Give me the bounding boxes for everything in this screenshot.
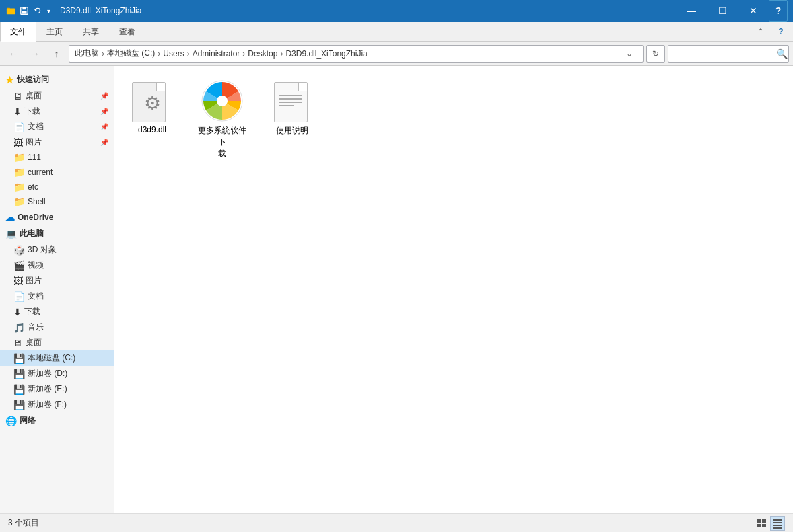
- cloud-icon: ☁: [5, 212, 15, 223]
- txt-file-icon: [271, 79, 314, 122]
- svg-rect-14: [773, 525, 782, 526]
- pics-icon-2: 🖼: [13, 276, 23, 287]
- file-item-txt[interactable]: 使用说明: [265, 77, 319, 139]
- main-area: ★ 快速访问 🖥 桌面 📌 ⬇ 下载 📌 📄 文档 📌 🖼 图片 📌 📁 111: [0, 66, 793, 513]
- onedrive-label: OneDrive: [18, 213, 53, 222]
- path-users[interactable]: Users: [163, 49, 184, 59]
- folder-yellow-icon: 📁: [13, 152, 25, 163]
- address-bar[interactable]: 此电脑 › 本地磁盘 (C:) › Users › Administrator …: [69, 45, 644, 63]
- sidebar-item-downloads-quick[interactable]: ⬇ 下载 📌: [0, 104, 114, 119]
- docs-icon: 📄: [13, 122, 25, 132]
- network-header[interactable]: 🌐 网络: [0, 412, 114, 429]
- sidebar-item-f-drive[interactable]: 💾 新加卷 (F:): [0, 397, 114, 412]
- sidebar-item-pics-quick[interactable]: 🖼 图片 📌: [0, 135, 114, 150]
- path-desktop[interactable]: Desktop: [248, 49, 277, 59]
- quick-access-label: 快速访问: [17, 74, 49, 85]
- file-item-colorful[interactable]: 更多系统软件下载: [195, 77, 249, 162]
- sidebar-item-desktop-quick[interactable]: 🖥 桌面 📌: [0, 88, 114, 104]
- network-label: 网络: [20, 415, 36, 426]
- svg-rect-11: [762, 524, 766, 527]
- music-icon: 🎵: [13, 322, 25, 333]
- sidebar-item-pics[interactable]: 🖼 图片: [0, 273, 114, 289]
- path-pc[interactable]: 此电脑: [75, 48, 99, 59]
- svg-point-7: [217, 96, 228, 106]
- svg-rect-15: [773, 527, 782, 529]
- folder-yellow-icon-2: 📁: [13, 167, 25, 178]
- close-button[interactable]: ✕: [738, 0, 769, 22]
- ribbon-collapse-button[interactable]: ⌃: [751, 22, 770, 41]
- up-button[interactable]: ↑: [47, 44, 66, 63]
- folder-yellow-icon-3: 📁: [13, 182, 25, 192]
- minimize-button[interactable]: —: [676, 0, 707, 22]
- back-button[interactable]: ←: [4, 44, 23, 63]
- status-bar: 3 个项目: [0, 513, 793, 532]
- list-view-button[interactable]: [754, 516, 769, 531]
- svg-rect-0: [7, 9, 15, 15]
- window-controls: — ☐ ✕ ?: [676, 0, 788, 22]
- pin-icon-3: 📌: [100, 123, 108, 130]
- sidebar-item-3d[interactable]: 🎲 3D 对象: [0, 242, 114, 258]
- search-box[interactable]: 🔍: [668, 45, 789, 63]
- dll-file-icon: ⚙: [131, 79, 174, 122]
- tab-share[interactable]: 共享: [73, 22, 109, 42]
- title-bar: ▾ D3D9.dll_XiTongZhiJia — ☐ ✕ ?: [0, 0, 793, 22]
- drive-f-icon: 💾: [13, 400, 25, 410]
- drive-e-icon: 💾: [13, 384, 25, 395]
- onedrive-header[interactable]: ☁ OneDrive: [0, 209, 114, 225]
- forward-button[interactable]: →: [26, 44, 44, 63]
- view-buttons: [754, 516, 785, 531]
- undo-icon[interactable]: [32, 5, 43, 16]
- sidebar-item-111[interactable]: 📁 111: [0, 150, 114, 165]
- path-folder[interactable]: D3D9.dll_XiTongZhiJia: [285, 49, 367, 59]
- download-icon: ⬇: [13, 106, 22, 117]
- drive-d-icon: 💾: [13, 369, 25, 379]
- item-count-label: 3 个项目: [8, 517, 39, 529]
- toolbar: ← → ↑ 此电脑 › 本地磁盘 (C:) › Users › Administ…: [0, 42, 793, 66]
- sidebar: ★ 快速访问 🖥 桌面 📌 ⬇ 下载 📌 📄 文档 📌 🖼 图片 📌 📁 111: [0, 66, 114, 513]
- window-title: D3D9.dll_XiTongZhiJia: [60, 6, 672, 15]
- svg-rect-4: [22, 11, 27, 13]
- ribbon-help-button[interactable]: ?: [771, 22, 790, 41]
- sidebar-item-shell[interactable]: 📁 Shell: [0, 194, 114, 209]
- sidebar-item-current[interactable]: 📁 current: [0, 165, 114, 180]
- detail-view-button[interactable]: [770, 516, 785, 531]
- path-c[interactable]: 本地磁盘 (C:): [107, 48, 155, 59]
- address-path: 此电脑 › 本地磁盘 (C:) › Users › Administrator …: [75, 48, 621, 59]
- sidebar-item-docs-quick[interactable]: 📄 文档 📌: [0, 119, 114, 135]
- path-admin[interactable]: Administrator: [193, 49, 240, 59]
- sidebar-item-e-drive[interactable]: 💾 新加卷 (E:): [0, 381, 114, 397]
- ribbon-dropdown[interactable]: ▾: [47, 7, 50, 15]
- sidebar-item-downloads[interactable]: ⬇ 下载: [0, 304, 114, 319]
- desktop-icon-2: 🖥: [13, 338, 23, 348]
- maximize-button[interactable]: ☐: [707, 0, 738, 22]
- address-dropdown-button[interactable]: ⌄: [621, 46, 637, 62]
- tab-home[interactable]: 主页: [36, 22, 73, 42]
- pin-icon-2: 📌: [100, 108, 108, 115]
- desktop-icon: 🖥: [13, 91, 23, 102]
- sidebar-item-video[interactable]: 🎬 视频: [0, 258, 114, 273]
- sidebar-item-music[interactable]: 🎵 音乐: [0, 319, 114, 335]
- sidebar-item-d-drive[interactable]: 💾 新加卷 (D:): [0, 366, 114, 381]
- sidebar-item-desktop[interactable]: 🖥 桌面: [0, 335, 114, 350]
- title-bar-icons: ▾: [5, 5, 50, 16]
- pc-header[interactable]: 💻 此电脑: [0, 225, 114, 242]
- search-input[interactable]: [673, 49, 773, 59]
- download-icon-2: ⬇: [13, 307, 22, 317]
- svg-rect-1: [7, 8, 10, 9]
- refresh-button[interactable]: ↻: [646, 45, 665, 63]
- save-icon[interactable]: [19, 5, 30, 16]
- quick-access-header[interactable]: ★ 快速访问: [0, 71, 114, 88]
- sidebar-item-etc[interactable]: 📁 etc: [0, 180, 114, 194]
- file-item-dll[interactable]: ⚙ d3d9.dll: [125, 77, 179, 137]
- sidebar-item-docs[interactable]: 📄 文档: [0, 289, 114, 304]
- pin-icon: 📌: [100, 92, 108, 100]
- file-content: ⚙ d3d9.dll: [114, 66, 793, 513]
- svg-rect-12: [773, 519, 782, 521]
- svg-rect-10: [757, 524, 761, 527]
- sidebar-item-c-drive[interactable]: 💾 本地磁盘 (C:): [0, 350, 114, 366]
- pics-icon: 🖼: [13, 137, 23, 148]
- help-button[interactable]: ?: [769, 0, 788, 22]
- tab-file[interactable]: 文件: [0, 22, 36, 42]
- video-icon: 🎬: [13, 260, 25, 271]
- tab-view[interactable]: 查看: [109, 22, 145, 42]
